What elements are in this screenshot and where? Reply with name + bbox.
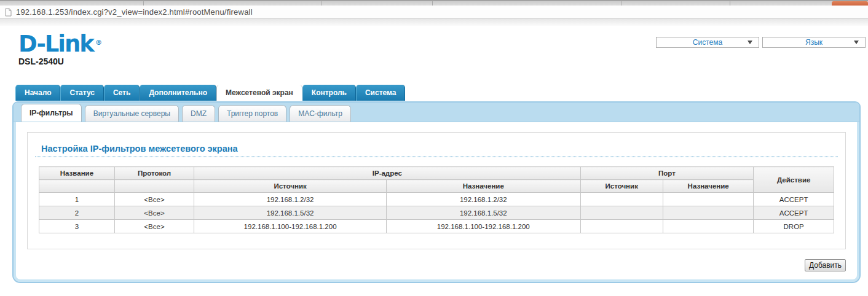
heading-divider (35, 157, 838, 157)
col-ip-group: IP-адрес (194, 167, 580, 180)
cell-ip-destination: 192.168.1.2/32 (387, 193, 580, 206)
col-action: Действие (754, 167, 834, 193)
brand-block: D-Link® DSL-2540U (18, 33, 100, 66)
model-name: DSL-2540U (18, 56, 100, 66)
tab-status[interactable]: Статус (60, 85, 103, 101)
table-row[interactable]: 2 <Все> 192.168.1.5/32 192.168.1.5/32 AC… (39, 206, 834, 220)
cell-port-destination (663, 220, 753, 233)
cell-port-source (580, 220, 663, 233)
cell-ip-destination: 192.168.1.100-192.168.1.200 (387, 220, 580, 233)
system-menu-dropdown[interactable]: Система (656, 37, 759, 48)
system-menu-label: Система (693, 38, 722, 47)
cell-protocol: <Все> (114, 220, 194, 233)
url-text[interactable]: 192.168.1.253/index.cgi?v2_view=index2.h… (16, 7, 253, 17)
chevron-down-icon (854, 41, 859, 44)
table-row[interactable]: 3 <Все> 192.168.1.100-192.168.1.200 192.… (39, 220, 834, 233)
registered-mark: ® (95, 39, 102, 47)
dlink-logo: D-Link® (18, 33, 100, 55)
browser-tabstrip (0, 0, 868, 6)
cell-port-source (580, 206, 663, 220)
tab-firewall[interactable]: Межсетевой экран (216, 85, 302, 101)
tab-divider (432, 1, 433, 6)
col-protocol: Протокол (114, 167, 194, 180)
chevron-down-icon (748, 41, 752, 44)
cell-protocol: <Все> (114, 206, 194, 220)
router-admin-screen: 192.168.1.253/index.cgi?v2_view=index2.h… (0, 0, 868, 296)
table-subheader-row: Источник Назначение Источник Назначение (39, 180, 834, 193)
cell-protocol: <Все> (114, 193, 194, 206)
cell-action: DROP (754, 220, 834, 233)
subtab-ip-filters[interactable]: IP-фильтры (21, 104, 82, 122)
subtab-virtual-servers[interactable]: Виртуальные серверы (85, 105, 179, 122)
cell-name: 2 (39, 206, 115, 220)
page-icon (5, 8, 12, 17)
settings-box: Настройка IP-фильтров межсетевого экрана… (27, 132, 846, 249)
col-ip-destination: Назначение (387, 180, 580, 193)
tab-advanced[interactable]: Дополнительно (140, 85, 216, 101)
panel-body: Настройка IP-фильтров межсетевого экрана… (14, 122, 859, 271)
col-ip-source: Источник (194, 180, 387, 193)
top-menus: Система Язык (656, 37, 866, 48)
cell-name: 1 (39, 193, 115, 206)
tab-divider (322, 1, 322, 6)
browser-address-bar[interactable]: 192.168.1.253/index.cgi?v2_view=index2.h… (0, 6, 868, 19)
cell-port-destination (663, 193, 753, 206)
cell-port-destination (663, 206, 753, 220)
cell-name: 3 (39, 220, 115, 233)
chrome-shadow (0, 19, 868, 26)
tab-control[interactable]: Контроль (302, 85, 356, 101)
tab-divider (143, 1, 144, 6)
ip-filter-table: Название Протокол IP-адрес Порт Действие… (39, 166, 834, 233)
table-row[interactable]: 1 <Все> 192.168.1.2/32 192.168.1.2/32 AC… (39, 193, 834, 206)
page-title: Настройка IP-фильтров межсетевого экрана (41, 144, 838, 154)
content-panel: IP-фильтры Виртуальные серверы DMZ Тригг… (12, 101, 861, 283)
tab-network[interactable]: Сеть (104, 85, 140, 101)
col-port-group: Порт (580, 167, 754, 180)
cell-ip-source: 192.168.1.2/32 (194, 193, 387, 206)
tab-divider (621, 1, 621, 6)
col-port-destination: Назначение (663, 180, 753, 193)
language-menu-dropdown[interactable]: Язык (762, 37, 866, 48)
tab-divider (730, 1, 730, 6)
language-menu-label: Язык (805, 38, 823, 47)
cell-ip-destination: 192.168.1.5/32 (387, 206, 580, 220)
sub-tab-band: IP-фильтры Виртуальные серверы DMZ Тригг… (14, 103, 859, 122)
tab-system[interactable]: Система (356, 85, 406, 101)
header-empty-cell (39, 180, 115, 193)
actions-bar: Добавить (27, 259, 846, 271)
col-port-source: Источник (580, 180, 663, 193)
cell-ip-source: 192.168.1.100-192.168.1.200 (194, 220, 387, 233)
logo-text: D-Link (18, 31, 93, 57)
col-name: Название (39, 167, 115, 180)
cell-port-source (580, 193, 663, 206)
cell-ip-source: 192.168.1.5/32 (194, 206, 387, 220)
main-nav-tabs: Начало Статус Сеть Дополнительно Межсете… (15, 85, 868, 101)
header-empty-cell (114, 180, 194, 193)
cell-action: ACCEPT (754, 206, 834, 220)
add-button[interactable]: Добавить (805, 259, 846, 271)
subtab-port-trigger[interactable]: Триггер портов (218, 105, 286, 122)
tab-home[interactable]: Начало (15, 85, 60, 101)
masthead: D-Link® DSL-2540U Система Язык (0, 26, 868, 85)
subtab-mac-filter[interactable]: MAC-фильтр (290, 105, 351, 122)
cell-action: ACCEPT (754, 193, 834, 206)
subtab-dmz[interactable]: DMZ (182, 105, 215, 122)
table-header-row: Название Протокол IP-адрес Порт Действие (39, 167, 834, 180)
